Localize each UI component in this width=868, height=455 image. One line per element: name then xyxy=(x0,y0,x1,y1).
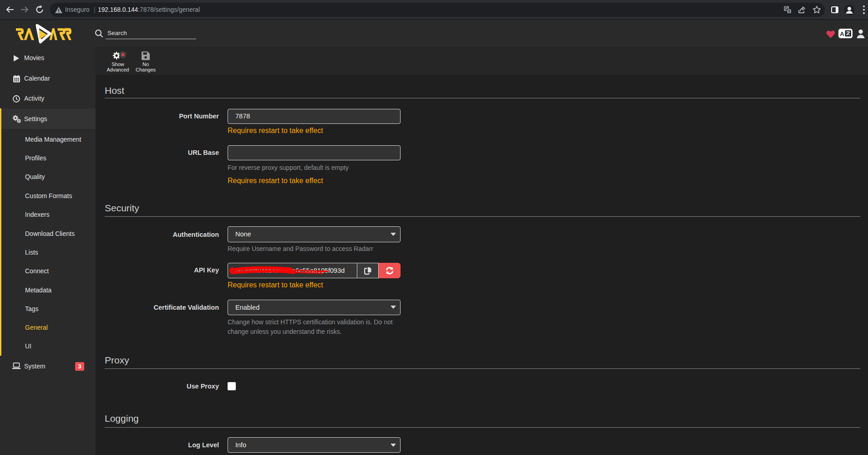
svg-text:A: A xyxy=(840,31,844,37)
